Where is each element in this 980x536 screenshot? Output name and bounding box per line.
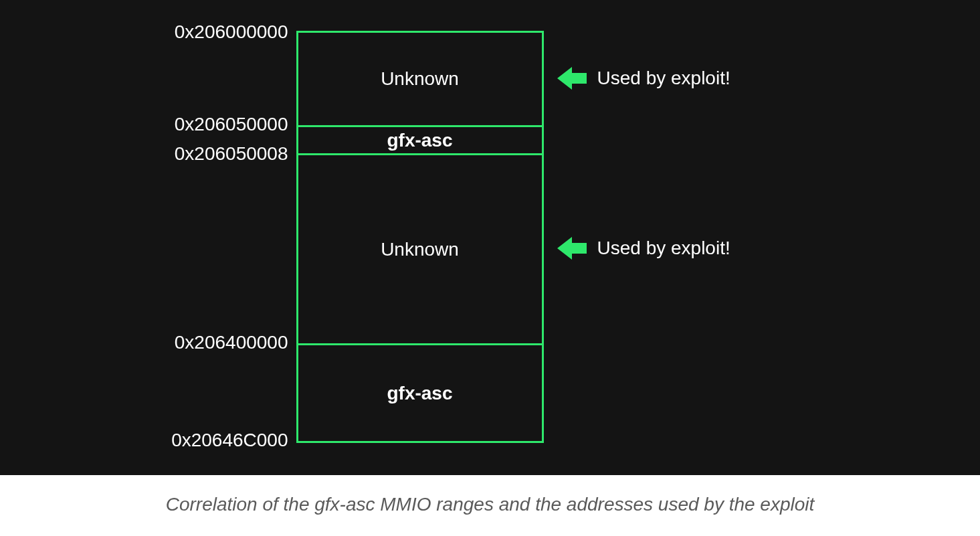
region-unknown: Unknown	[298, 33, 542, 125]
region-gfx-asc: gfx-asc	[298, 125, 542, 153]
annotation-used-by-exploit: Used by exploit!	[557, 67, 730, 90]
address-label: 0x20646C000	[171, 431, 296, 450]
address-label: 0x206000000	[175, 23, 296, 41]
address-label: 0x206400000	[175, 333, 296, 352]
region-gfx-asc: gfx-asc	[298, 343, 542, 441]
annotation-text: Used by exploit!	[597, 238, 730, 259]
address-label: 0x206050000	[175, 115, 296, 134]
diagram-panel: 0x206000000 0x206050000 0x206050008 0x20…	[0, 0, 980, 475]
annotation-used-by-exploit: Used by exploit!	[557, 237, 730, 260]
figure-caption: Correlation of the gfx-asc MMIO ranges a…	[0, 475, 980, 529]
diagram-inner: 0x206000000 0x206050000 0x206050008 0x20…	[122, 19, 858, 451]
memory-map: Unknown gfx-asc Unknown gfx-asc	[296, 31, 544, 443]
arrow-left-icon	[557, 237, 587, 260]
region-unknown: Unknown	[298, 153, 542, 343]
arrow-left-icon	[557, 67, 587, 90]
address-label: 0x206050008	[175, 145, 296, 163]
annotation-text: Used by exploit!	[597, 68, 730, 89]
figure: 0x206000000 0x206050000 0x206050008 0x20…	[0, 0, 980, 529]
